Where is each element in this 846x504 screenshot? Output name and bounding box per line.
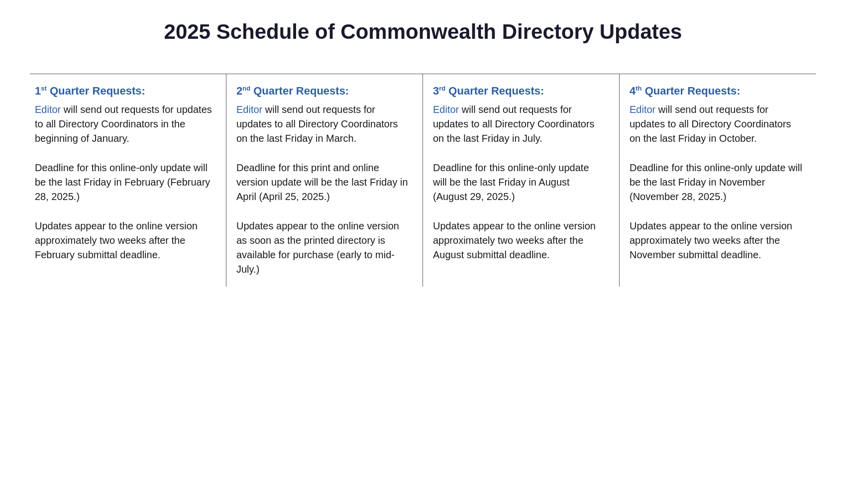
quarter-2-heading: 2nd Quarter Requests:: [236, 84, 409, 99]
page-container: 2025 Schedule of Commonwealth Directory …: [30, 20, 816, 287]
quarters-grid: 1st Quarter Requests:Editor will send ou…: [30, 74, 816, 287]
quarter-4-deadline: Deadline for this online-only update wil…: [630, 161, 802, 204]
quarter-2-deadline: Deadline for this print and online versi…: [236, 161, 409, 204]
quarter-1-intro: Editor will send out requests for update…: [35, 102, 212, 146]
quarter-2-intro: Editor will send out requests for update…: [236, 102, 409, 146]
quarter-col-3: 3rd Quarter Requests:Editor will send ou…: [423, 74, 620, 287]
quarter-3-deadline: Deadline for this online-only update wil…: [433, 161, 605, 204]
quarter-2-updates: Updates appear to the online version as …: [236, 219, 409, 277]
editor-label-4: Editor: [630, 104, 655, 115]
editor-label-3: Editor: [433, 104, 459, 115]
quarter-1-deadline: Deadline for this online-only update wil…: [35, 161, 212, 204]
quarter-3-heading: 3rd Quarter Requests:: [433, 84, 605, 99]
quarter-1-heading: 1st Quarter Requests:: [35, 84, 212, 99]
quarter-4-intro: Editor will send out requests for update…: [630, 102, 802, 146]
quarter-4-heading: 4th Quarter Requests:: [630, 84, 802, 99]
editor-label-1: Editor: [35, 104, 61, 115]
quarter-1-updates: Updates appear to the online version app…: [35, 219, 212, 262]
quarter-3-intro: Editor will send out requests for update…: [433, 102, 605, 146]
quarter-col-2: 2nd Quarter Requests:Editor will send ou…: [226, 74, 423, 287]
quarter-3-updates: Updates appear to the online version app…: [433, 219, 605, 262]
quarter-col-1: 1st Quarter Requests:Editor will send ou…: [30, 74, 226, 287]
quarter-col-4: 4th Quarter Requests:Editor will send ou…: [620, 74, 816, 287]
page-title: 2025 Schedule of Commonwealth Directory …: [30, 20, 816, 49]
quarter-4-updates: Updates appear to the online version app…: [630, 219, 802, 262]
editor-label-2: Editor: [236, 104, 262, 115]
